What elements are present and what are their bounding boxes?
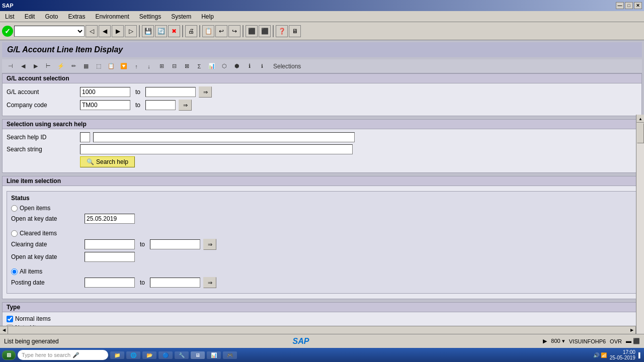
taskbar-folder[interactable]: 📂 — [142, 351, 156, 359]
pick-button[interactable]: ⚡ — [55, 61, 66, 72]
sec-last-button[interactable]: ⊢ — [43, 61, 54, 72]
scroll-right-button[interactable]: ▶ — [628, 326, 636, 334]
toolbar-dropdown[interactable] — [14, 26, 85, 37]
info2-button[interactable]: ℹ — [257, 61, 268, 72]
all-items-radio-label[interactable]: All items — [11, 268, 42, 275]
posting-date-to-input[interactable] — [150, 278, 200, 288]
menu-environment[interactable]: Environment — [92, 12, 132, 21]
scroll-track[interactable] — [636, 123, 644, 334]
vertical-scrollbar[interactable]: ▲ ▼ — [636, 115, 644, 334]
taskbar-edge[interactable]: 🌐 — [126, 351, 140, 359]
taskbar-game[interactable]: 🎮 — [223, 351, 237, 359]
edit-button[interactable]: ✏ — [68, 61, 79, 72]
import-button[interactable]: ⬢ — [231, 61, 243, 72]
menu-list[interactable]: List — [2, 12, 18, 21]
table-button[interactable]: ▦ — [80, 61, 92, 72]
grid-button[interactable]: ⊞ — [156, 61, 167, 72]
copy2-button[interactable]: 📋 — [106, 61, 117, 72]
stop-button[interactable]: ✖ — [168, 25, 180, 37]
search-help-id-checkbox[interactable] — [80, 132, 90, 142]
menu-extras[interactable]: Extras — [65, 12, 88, 21]
zoom-level[interactable]: 800 ▾ — [551, 338, 565, 344]
gl-account-select-button[interactable]: ⇒ — [199, 86, 212, 98]
export-button[interactable]: ⬡ — [219, 61, 230, 72]
grid2-button[interactable]: ⊟ — [169, 61, 180, 72]
undo-button[interactable]: ↩ — [215, 25, 227, 37]
maximize-button[interactable]: □ — [625, 2, 633, 9]
show-desktop-button[interactable]: ▌ — [638, 352, 642, 358]
redo-button[interactable]: ↪ — [228, 25, 240, 37]
sec-prev-button[interactable]: ◀ — [18, 61, 29, 72]
menu-help[interactable]: Help — [198, 12, 217, 21]
print-button[interactable]: 🖨 — [185, 25, 197, 37]
info1-button[interactable]: ℹ — [244, 61, 255, 72]
taskbar-ie[interactable]: 🔵 — [158, 351, 173, 359]
company-code-select-button[interactable]: ⇒ — [179, 100, 192, 111]
scroll-up-button[interactable]: ▲ — [636, 115, 644, 123]
line-item-selection-section: Line item selection Status Open items Op… — [2, 176, 642, 299]
sum-button[interactable]: Σ — [194, 61, 205, 72]
block2-button[interactable]: ⬛ — [259, 25, 271, 37]
taskbar-file-explorer[interactable]: 📁 — [110, 351, 124, 359]
sort-desc-button[interactable]: ↓ — [143, 61, 154, 72]
open-items-radio-label[interactable]: Open items — [11, 205, 50, 212]
open-items-radio[interactable] — [11, 205, 18, 212]
normal-items-check-label[interactable]: Normal items — [7, 315, 51, 322]
grid3-button[interactable]: ⊠ — [181, 61, 192, 72]
close-button[interactable]: ✕ — [634, 2, 642, 9]
status-bar: List being generated SAP ▶ 800 ▾ VISUINF… — [0, 334, 644, 348]
start-button[interactable]: ⊞ — [2, 350, 16, 360]
cleared-items-radio[interactable] — [11, 230, 18, 237]
copy-button[interactable]: 📋 — [202, 25, 214, 37]
layout-button[interactable]: ⬚ — [93, 61, 104, 72]
horizontal-scrollbar[interactable]: ◀ ▶ — [0, 326, 636, 334]
nav-first-button[interactable]: ◁ — [86, 25, 98, 37]
taskbar-sap[interactable]: 🖥 — [191, 351, 205, 359]
play-icon[interactable]: ▶ — [543, 338, 547, 344]
scroll-left-button[interactable]: ◀ — [0, 326, 8, 334]
sort-asc-button[interactable]: ↑ — [131, 61, 142, 72]
search-help-id-input[interactable] — [93, 132, 355, 142]
menu-goto[interactable]: Goto — [42, 12, 61, 21]
block1-button[interactable]: ⬛ — [246, 25, 258, 37]
gl-account-to-input[interactable] — [145, 87, 196, 97]
sec-next-button[interactable]: ▶ — [30, 61, 41, 72]
company-code-to-input[interactable] — [145, 100, 176, 110]
menu-edit[interactable]: Edit — [22, 12, 38, 21]
nav-prev-button[interactable]: ◀ — [99, 25, 111, 37]
window-title: SAP — [2, 3, 14, 9]
refresh-button[interactable]: 🔄 — [155, 25, 167, 37]
normal-items-checkbox[interactable] — [7, 316, 13, 322]
separator-2 — [182, 25, 183, 37]
search-string-input[interactable] — [80, 144, 353, 154]
nav-last-button[interactable]: ▷ — [125, 25, 137, 37]
posting-date-from-input[interactable] — [85, 278, 135, 288]
company-code-from-input[interactable] — [80, 100, 130, 110]
taskbar-tools[interactable]: 🔧 — [175, 351, 189, 359]
chart-button[interactable]: 📊 — [206, 61, 217, 72]
help-button[interactable]: ❓ — [276, 25, 288, 37]
minimize-button[interactable]: — — [616, 2, 624, 9]
menu-system[interactable]: System — [168, 12, 194, 21]
menu-settings[interactable]: Settings — [136, 12, 164, 21]
toolbar: ✓ ◁ ◀ ▶ ▷ 💾 🔄 ✖ 🖨 📋 ↩ ↪ ⬛ ⬛ ❓ 🖥 — [0, 22, 644, 40]
clearing-date-select-button[interactable]: ⇒ — [203, 239, 216, 250]
customize-button[interactable]: 🖥 — [289, 25, 301, 37]
clearing-date-from-input[interactable] — [85, 239, 135, 249]
sec-first-button[interactable]: ⊣ — [5, 61, 16, 72]
taskbar-ppt[interactable]: 📊 — [207, 351, 221, 359]
open-at-key-date-input[interactable] — [85, 214, 135, 224]
clearing-date-to-input[interactable] — [150, 239, 200, 249]
save-button[interactable]: 💾 — [142, 25, 154, 37]
taskbar-search-box[interactable]: Type here to search 🎤 — [18, 350, 108, 360]
all-items-radio[interactable] — [11, 268, 18, 275]
scroll-thumb[interactable] — [637, 123, 644, 143]
open-at-key-date2-input[interactable] — [85, 252, 135, 262]
search-help-button[interactable]: 🔍 Search help — [80, 156, 135, 167]
posting-date-select-button[interactable]: ⇒ — [203, 277, 216, 288]
cleared-items-radio-label[interactable]: Cleared items — [11, 230, 57, 237]
nav-next-button[interactable]: ▶ — [112, 25, 124, 37]
taskbar-tray-icons: 🔊 📶 — [593, 352, 607, 358]
filter-button[interactable]: 🔽 — [118, 61, 129, 72]
gl-account-from-input[interactable] — [80, 87, 130, 97]
